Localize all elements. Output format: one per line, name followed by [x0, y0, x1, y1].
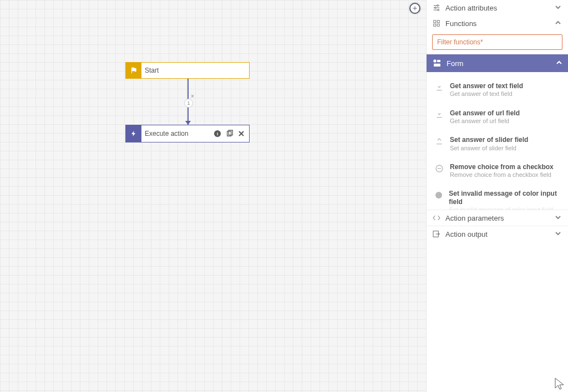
filter-functions-input[interactable]: [432, 34, 562, 50]
svg-text:i: i: [217, 131, 218, 136]
function-item[interactable]: Get answer of url field Get answer of ur…: [427, 104, 568, 131]
inspector-panel: Action attributes Functions Form Get ans…: [426, 0, 568, 392]
svg-rect-12: [437, 60, 440, 62]
function-desc: Get answer of url field: [450, 118, 520, 125]
function-desc: Set answer of slider field: [450, 145, 528, 152]
download-icon: [434, 110, 444, 120]
copy-icon[interactable]: [226, 130, 234, 138]
chevron-up-icon: [555, 19, 562, 27]
add-node-button[interactable]: [409, 3, 420, 14]
node-action-label: Execute action: [141, 125, 214, 142]
function-title: Get answer of text field: [450, 82, 523, 90]
bolt-icon: [126, 125, 141, 142]
node-start-label: Start: [141, 63, 249, 78]
category-form[interactable]: Form: [427, 54, 568, 72]
form-icon: [432, 58, 442, 68]
section-functions[interactable]: Functions: [427, 16, 568, 31]
svg-point-16: [435, 192, 442, 198]
chevron-down-icon: [555, 214, 562, 222]
chevron-down-icon: [555, 230, 562, 238]
svg-rect-10: [437, 24, 439, 26]
grid-icon: [432, 19, 441, 28]
function-item[interactable]: Set answer of slider field Set answer of…: [427, 130, 568, 157]
function-item[interactable]: Set invalid message of color input field…: [427, 184, 568, 210]
section-action-output[interactable]: Action output: [427, 226, 568, 242]
functions-list[interactable]: Get answer of text field Get answer of t…: [427, 72, 568, 210]
brackets-icon: [432, 213, 441, 222]
close-icon[interactable]: [238, 130, 245, 137]
output-icon: [432, 230, 441, 238]
function-item[interactable]: Remove choice from a checkbox Remove cho…: [427, 157, 568, 185]
remove-icon: [434, 164, 444, 174]
function-title: Get answer of url field: [450, 109, 520, 117]
section-title: Action output: [445, 230, 550, 238]
function-item[interactable]: Get answer of text field Get answer of t…: [427, 77, 568, 104]
svg-point-5: [435, 7, 437, 9]
function-desc: Set invalid message of color input field: [449, 206, 560, 210]
function-title: Set invalid message of color input field: [449, 190, 560, 206]
node-execute-action[interactable]: Execute action i: [125, 125, 250, 142]
function-title: Set answer of slider field: [450, 136, 528, 144]
svg-rect-8: [437, 21, 439, 23]
function-desc: Get answer of text field: [450, 90, 523, 98]
svg-rect-7: [434, 21, 436, 23]
upload-icon: [434, 136, 444, 146]
function-title: Remove choice from a checkbox: [450, 163, 554, 171]
download-icon: [434, 83, 444, 93]
svg-rect-15: [438, 168, 442, 169]
svg-point-11: [433, 59, 436, 62]
svg-point-4: [437, 5, 439, 7]
edge-order-badge[interactable]: 1: [184, 99, 193, 108]
flag-icon: [126, 63, 141, 78]
chevron-up-icon: [556, 59, 562, 68]
section-action-attributes[interactable]: Action attributes: [427, 0, 568, 16]
cursor-icon: [555, 378, 565, 391]
svg-point-6: [438, 9, 439, 11]
warning-icon: [434, 190, 443, 200]
edge-arrowhead: [185, 121, 191, 125]
chevron-down-icon: [555, 4, 562, 12]
section-title: Functions: [445, 19, 550, 28]
info-icon[interactable]: i: [214, 130, 221, 138]
node-start[interactable]: Start: [125, 62, 250, 79]
section-title: Action attributes: [445, 4, 550, 12]
svg-rect-13: [434, 64, 440, 67]
section-action-parameters[interactable]: Action parameters: [427, 210, 568, 226]
svg-rect-9: [434, 24, 436, 26]
sliders-icon: [432, 3, 441, 12]
category-title: Form: [447, 59, 551, 68]
function-desc: Remove choice from a checkbox field: [450, 171, 554, 179]
edge-delete-button[interactable]: ×: [191, 94, 194, 99]
section-title: Action parameters: [445, 214, 550, 222]
